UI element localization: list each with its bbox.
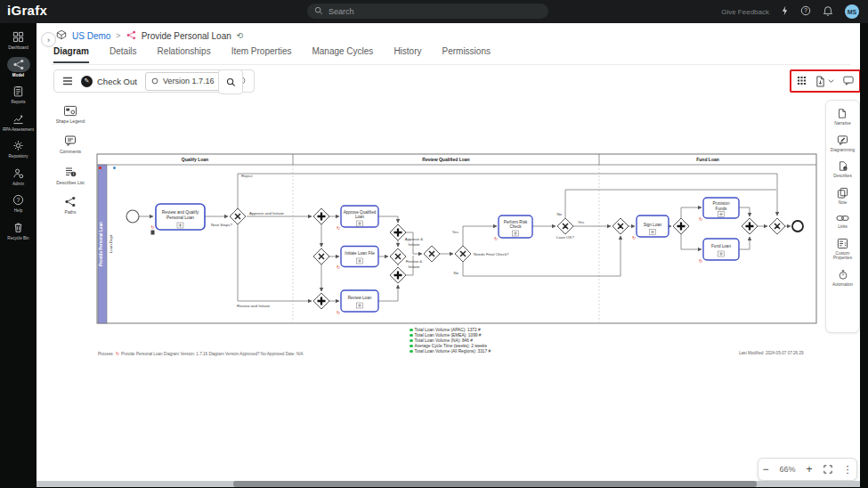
sidebar-item-recycle-bin[interactable]: Recycle Bin [1, 220, 37, 241]
subprocess-marker-icon [513, 231, 519, 236]
zoom-in-button[interactable]: + [807, 463, 813, 476]
diagramming-button[interactable]: Diagramming [831, 134, 855, 153]
user-avatar[interactable]: MS [845, 4, 859, 19]
links-icon [836, 214, 849, 223]
refresh-badge-icon: ↻ [337, 264, 340, 270]
sidebar-item-reports[interactable]: Reports [1, 84, 37, 105]
task-review-loan[interactable]: Review Loan ↻ [337, 290, 378, 315]
hamburger-menu-icon[interactable] [62, 73, 73, 89]
diagram-search-button[interactable] [218, 69, 243, 94]
collapse-panel-button[interactable]: › [41, 32, 56, 47]
task-sign-loan[interactable]: Sign Loan ↻ [632, 216, 669, 240]
breadcrumb-item-title: Provide Personal Loan [142, 31, 231, 41]
start-event[interactable] [126, 210, 139, 223]
task-initiate-loan-file[interactable]: Initiate Loan File ↻ [337, 247, 378, 271]
tab-item-properties[interactable]: Item Properties [231, 46, 292, 63]
refresh-badge-icon: ↻ [150, 224, 154, 230]
tab-history[interactable]: History [393, 46, 421, 63]
version-status-icon: ⟲ [237, 31, 244, 40]
custom-properties-icon [837, 238, 848, 249]
export-document-button[interactable] [815, 76, 834, 87]
lane-status-icon [113, 167, 116, 169]
svg-text:Review &: Review & [406, 259, 423, 264]
describes-button[interactable]: i Describes [833, 160, 851, 179]
automation-button[interactable]: Automation [832, 269, 853, 288]
phase-review-qualified-loan: Review Qualified Loan [422, 157, 469, 162]
fullscreen-icon[interactable] [823, 461, 832, 477]
sidebar-item-repository[interactable]: Repository [1, 138, 37, 159]
zoom-out-button[interactable]: − [762, 463, 768, 476]
comments-icon [64, 134, 77, 147]
horizontal-scrollbar[interactable] [37, 481, 860, 487]
task-fund-loan[interactable]: Fund Loan ↻ [699, 239, 739, 264]
tab-permissions[interactable]: Permissions [442, 46, 491, 63]
give-feedback-link[interactable]: Give Feedback [721, 8, 769, 16]
tab-diagram[interactable]: Diagram [53, 46, 89, 63]
svg-text:Review Loan: Review Loan [348, 296, 372, 300]
top-bar: iGrafx Search Give Feedback ? MS [0, 0, 868, 23]
note-button[interactable]: Note [837, 187, 848, 206]
subprocess-marker-icon [718, 251, 725, 256]
chevron-down-icon [828, 78, 834, 84]
svg-text:Perform Risk: Perform Risk [504, 220, 528, 224]
narrative-button[interactable]: Narrative [834, 108, 851, 126]
svg-text:Fund Loan: Fund Loan [711, 244, 731, 248]
more-options-icon[interactable]: ⋮ [843, 464, 853, 476]
check-out-button[interactable]: ✎ Check Out [81, 76, 137, 87]
refresh-badge-icon: ↻ [699, 216, 702, 222]
sidebar-item-model[interactable]: Model [1, 57, 37, 78]
task-review-and-qualify-personal-loan[interactable]: Review and Qualify Personal Loan ↻ [150, 204, 205, 235]
task-perform-risk-check[interactable]: Perform Risk Check ↻ [494, 216, 532, 241]
task-provision-funds[interactable]: Provision Funds ↻ [699, 198, 739, 222]
automation-icon [838, 269, 848, 281]
sidebar-item-help[interactable]: ? Help [1, 192, 37, 214]
describes-list-icon: i [64, 166, 77, 178]
grid-apps-icon[interactable] [797, 73, 807, 89]
svg-text:Funds: Funds [716, 207, 727, 211]
links-button[interactable]: Links [836, 214, 849, 230]
shape-legend-button[interactable]: Shape Legend [56, 105, 85, 124]
sidebar-item-rpa-assessment[interactable]: RPA Assessment [1, 111, 37, 133]
tab-relationships[interactable]: Relationships [158, 46, 211, 63]
describes-list-button[interactable]: i Describes List [56, 166, 84, 185]
pool-label: Provide Personal Loan [99, 222, 103, 266]
svg-text:Check: Check [509, 224, 522, 229]
svg-text:Approve Qualified: Approve Qualified [344, 210, 377, 215]
green-dot-icon [410, 350, 413, 354]
help-icon[interactable]: ? [800, 4, 811, 20]
breadcrumb-workspace-link[interactable]: US Demo [72, 31, 110, 41]
svg-text:Yes: Yes [452, 230, 459, 234]
scrollbar-thumb[interactable] [233, 481, 757, 487]
sidebar-item-dashboard[interactable]: Dashboard [1, 29, 37, 51]
tab-manage-cycles[interactable]: Manage Cycles [312, 46, 373, 63]
version-dropdown[interactable]: Version 1.7.16 ▾ [145, 72, 228, 91]
sidebar-item-admin[interactable]: Admin [1, 166, 37, 187]
svg-text:Sign Loan: Sign Loan [644, 223, 662, 227]
refresh-badge-icon: ↻ [494, 236, 498, 241]
breadcrumb: US Demo > Provide Personal Loan ⟲ [56, 28, 243, 43]
paths-button[interactable]: Paths [64, 196, 77, 215]
lightning-icon[interactable] [781, 4, 789, 20]
process-status-icon: ↻ [116, 351, 119, 356]
svg-text:Reject: Reject [241, 174, 253, 178]
search-icon [226, 77, 236, 87]
comment-bubble-icon[interactable] [843, 73, 854, 89]
custom-properties-button[interactable]: Custom Properties [826, 238, 859, 261]
reports-icon [7, 84, 29, 99]
paths-icon [64, 196, 77, 207]
document-badge-icon [151, 231, 155, 235]
legend-item: Total Loan Volume (All Regions): 3317 # [410, 349, 491, 354]
main-content: › US Demo > Provide Personal Loan ⟲ Diag… [37, 23, 860, 481]
end-event[interactable] [792, 221, 803, 232]
note-icon [837, 187, 848, 199]
tab-details[interactable]: Details [110, 46, 137, 63]
task-approve-qualified-loan[interactable]: Approve Qualified Loan ↻ [337, 206, 378, 231]
comments-button[interactable]: Comments [60, 134, 81, 154]
svg-text:Review and Qualify: Review and Qualify [162, 210, 199, 215]
bpmn-diagram-canvas[interactable]: Qualify Loan Review Qualified Loan Fund … [96, 153, 817, 328]
search-placeholder: Search [329, 7, 354, 16]
version-circle-icon [151, 77, 158, 85]
global-search-input[interactable]: Search [307, 4, 548, 19]
svg-text:Approve &: Approve & [405, 237, 424, 241]
bell-icon[interactable] [823, 4, 833, 20]
